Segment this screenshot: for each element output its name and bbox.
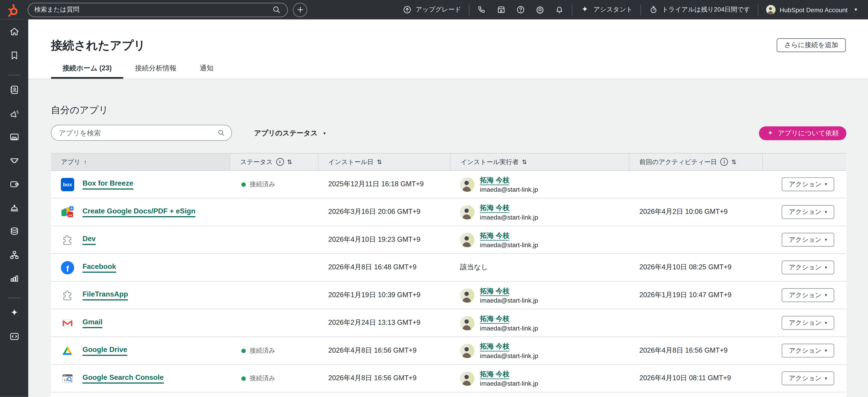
column-header-2[interactable]: ステータスi⇅ xyxy=(230,153,318,170)
global-search-input[interactable]: 検索または質問 xyxy=(28,2,288,17)
status-label: 接続済み xyxy=(250,346,275,355)
app-link[interactable]: Dev xyxy=(83,235,96,245)
table-row: Dev2026年4月10日 19:23 GMT+9拓海 今枝imaeda@sta… xyxy=(51,226,846,254)
app-link[interactable]: Facebook xyxy=(83,262,116,273)
upgrade-icon xyxy=(402,5,412,15)
installer-avatar xyxy=(460,288,474,303)
sidebar-item-data-database[interactable] xyxy=(5,222,24,240)
sales-funnel-icon xyxy=(8,155,20,166)
installer-link[interactable]: 拓海 今枝 xyxy=(480,176,509,185)
marketplace-icon xyxy=(497,5,506,15)
sidebar-item-crm-contacts[interactable] xyxy=(5,80,24,99)
app-status-filter[interactable]: アプリのステータス ▼ xyxy=(254,129,327,138)
gear-icon xyxy=(535,5,545,15)
actions-label: アクション xyxy=(789,319,822,327)
notifications-button[interactable] xyxy=(550,5,569,15)
tab-notifications[interactable]: 通知 xyxy=(188,58,225,79)
actions-button[interactable]: アクション▾ xyxy=(782,260,834,274)
info-icon[interactable]: i xyxy=(720,158,728,166)
column-label: インストール日 xyxy=(328,158,373,166)
installer-link[interactable]: 拓海 今枝 xyxy=(480,315,509,323)
actions-button[interactable]: アクション▾ xyxy=(782,316,834,330)
chevron-down-icon: ▾ xyxy=(825,237,827,242)
actions-button[interactable]: アクション▾ xyxy=(782,288,834,302)
last-activity-date: 2026年1月19日 10:47 GMT+9 xyxy=(629,282,763,309)
app-link[interactable]: Google Drive xyxy=(83,346,127,356)
install-date: 2026年4月8日 16:48 GMT+9 xyxy=(318,254,451,281)
actions-button[interactable]: アクション▾ xyxy=(782,371,834,385)
create-button[interactable] xyxy=(293,2,307,17)
trial-status[interactable]: トライアルは残り204日間です xyxy=(644,5,755,15)
tab-connection-insights[interactable]: 接続分析情報 xyxy=(123,58,188,79)
installer-avatar xyxy=(460,343,474,358)
marketplace-button[interactable] xyxy=(492,5,511,15)
sidebar-item-automations-orgchart[interactable] xyxy=(5,245,24,264)
actions-label: アクション xyxy=(789,346,822,355)
column-header-5[interactable]: 前回のアクティビティー日i⇅ xyxy=(629,153,763,170)
ai-sparkle-icon xyxy=(8,307,20,318)
sidebar-item-service-bell[interactable] xyxy=(5,198,24,217)
actions-button[interactable]: アクション▾ xyxy=(782,233,834,247)
bell-icon xyxy=(555,5,564,15)
sidebar-item-ai-sparkle[interactable] xyxy=(5,304,24,322)
actions-button[interactable]: アクション▾ xyxy=(782,344,834,358)
chevron-down-icon: ▾ xyxy=(825,376,827,381)
app-search-box xyxy=(51,125,232,141)
installer-link[interactable]: 拓海 今枝 xyxy=(480,342,509,351)
installer-link[interactable]: 拓海 今枝 xyxy=(480,287,509,295)
app-link[interactable]: FileTransApp xyxy=(83,290,128,300)
installer-email: imaeda@start-link.jp xyxy=(480,214,538,220)
column-header-3[interactable]: インストール日⇅ xyxy=(318,153,451,170)
table-row: FileTransApp2026年1月19日 10:39 GMT+9拓海 今枝i… xyxy=(51,282,846,309)
divider xyxy=(758,4,758,15)
actions-button[interactable]: アクション▾ xyxy=(782,205,834,219)
sidebar-item-content-media[interactable] xyxy=(5,127,24,146)
app-link[interactable]: Create Google Docs/PDF + eSign xyxy=(83,207,195,217)
sidebar-item-bookmarks[interactable] xyxy=(5,46,24,64)
calling-button[interactable] xyxy=(472,5,492,15)
sidebar-item-commerce-wallet[interactable] xyxy=(5,174,24,193)
app-gdocs-icon: pdf+ xyxy=(61,205,74,219)
hubspot-logo-icon[interactable] xyxy=(5,2,20,17)
app-link[interactable]: Gmail xyxy=(83,318,102,328)
top-navigation-bar: 検索または質問 アップグレード アシスタント トライアルは残り204日間 xyxy=(0,0,868,20)
column-header-4[interactable]: インストール実行者⇅ xyxy=(451,153,629,170)
installer-avatar xyxy=(460,232,474,247)
sidebar-item-reporting-barchart[interactable] xyxy=(5,269,24,288)
last-activity-date xyxy=(629,171,763,198)
installer-link[interactable]: 拓海 今枝 xyxy=(480,231,509,240)
installer-not-applicable: 該当なし xyxy=(460,263,488,272)
actions-label: アクション xyxy=(789,180,822,189)
info-icon[interactable]: i xyxy=(276,158,284,166)
account-menu[interactable]: HubSpot Demo Account ▼ xyxy=(761,5,863,15)
installer-link[interactable]: 拓海 今枝 xyxy=(480,204,509,212)
home-icon xyxy=(8,26,20,37)
help-button[interactable] xyxy=(511,5,530,15)
installer-link[interactable]: 拓海 今枝 xyxy=(480,370,509,379)
chevron-down-icon: ▾ xyxy=(825,320,827,325)
settings-button[interactable] xyxy=(530,5,550,15)
installer-email: imaeda@start-link.jp xyxy=(480,324,538,331)
last-activity-date xyxy=(629,393,763,397)
upgrade-button[interactable]: アップグレード xyxy=(397,5,466,15)
request-app-button[interactable]: アプリについて依頼 xyxy=(759,126,846,140)
tab-bar: 接続ホーム (23) 接続分析情報 通知 xyxy=(51,58,225,79)
installer-email: imaeda@start-link.jp xyxy=(480,352,538,359)
app-puzzle-icon xyxy=(61,289,74,302)
actions-button[interactable]: アクション▾ xyxy=(782,177,834,191)
sidebar-item-developer-code[interactable] xyxy=(5,327,24,346)
app-puzzle-icon xyxy=(61,233,74,247)
sidebar-item-sales-funnel[interactable] xyxy=(5,151,24,170)
crm-contacts-icon xyxy=(8,84,20,95)
app-search-input[interactable] xyxy=(58,128,217,137)
app-link[interactable]: Google Search Console xyxy=(83,373,164,384)
tab-connection-home[interactable]: 接続ホーム (23) xyxy=(51,58,123,79)
chevron-down-icon: ▾ xyxy=(825,265,827,270)
app-link[interactable]: Box for Breeze xyxy=(83,179,133,190)
add-connection-button[interactable]: さらに接続を追加 xyxy=(777,38,846,52)
assistant-button[interactable]: アシスタント xyxy=(575,5,638,15)
sidebar-item-marketing-megaphone[interactable] xyxy=(5,104,24,123)
installer-email: imaeda@start-link.jp xyxy=(480,380,538,387)
sidebar-item-home[interactable] xyxy=(5,22,24,41)
column-header-1[interactable]: アプリ↑ xyxy=(51,153,230,170)
